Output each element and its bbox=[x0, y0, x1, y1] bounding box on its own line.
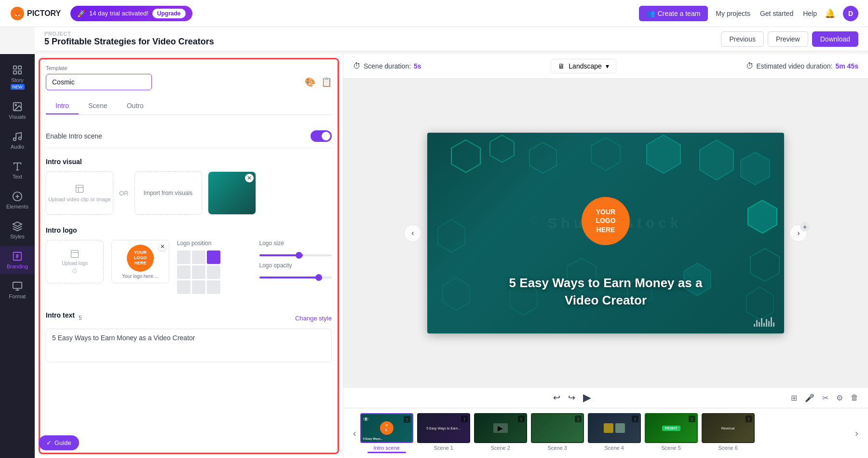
sidebar-item-story[interactable]: Story NEW bbox=[0, 60, 35, 95]
filmstrip-area: ‹ YL 5 Easy Ways... 👁 ⋮ bbox=[343, 408, 868, 458]
pos-mid-right[interactable] bbox=[207, 265, 220, 279]
page-title: 5 Profitable Strategies for Video Creato… bbox=[44, 37, 214, 47]
guide-button[interactable]: ✓ Guide bbox=[39, 435, 79, 450]
upload-video-box[interactable]: Upload video clip or image bbox=[46, 171, 113, 215]
sidebar-item-audio[interactable]: Audio bbox=[0, 126, 35, 154]
undo-button[interactable]: ↩ bbox=[553, 391, 560, 404]
remove-visual-button[interactable]: ✕ bbox=[245, 174, 254, 182]
scene-thumb-6[interactable]: Revenue ⋮ Scene 6 bbox=[702, 413, 755, 453]
s2-menu-icon[interactable]: ⋮ bbox=[518, 416, 525, 422]
expand-icon[interactable]: ⊞ bbox=[791, 393, 797, 402]
sidebar-item-branding[interactable]: Branding bbox=[0, 246, 35, 274]
logo-size-slider-container: Logo size bbox=[259, 240, 332, 258]
s4-menu-icon[interactable]: ⋮ bbox=[632, 416, 638, 422]
svg-rect-23 bbox=[71, 250, 79, 257]
help-link[interactable]: Help bbox=[803, 10, 817, 17]
sidebar-item-text[interactable]: Text bbox=[0, 156, 35, 184]
import-label: Import from visuals bbox=[140, 186, 196, 200]
s5-menu-icon[interactable]: ⋮ bbox=[689, 416, 695, 422]
pos-mid-center[interactable] bbox=[192, 265, 205, 279]
import-from-visuals-box[interactable]: Import from visuals bbox=[135, 171, 202, 215]
settings-icon[interactable]: ⚙ bbox=[836, 393, 843, 402]
svg-point-8 bbox=[15, 104, 16, 106]
notification-bell-icon[interactable]: 🔔 bbox=[825, 8, 835, 19]
s3-menu-icon[interactable]: ⋮ bbox=[575, 416, 582, 422]
upload-logo-box[interactable]: Upload logo ⓘ bbox=[46, 240, 104, 283]
pos-bot-left[interactable] bbox=[177, 280, 190, 294]
preview-button[interactable]: Preview bbox=[768, 31, 808, 47]
scene-thumb-1[interactable]: 5 Easy Ways to Earn... ⋮ Scene 1 bbox=[417, 413, 470, 453]
download-button[interactable]: Download bbox=[812, 31, 858, 47]
tab-scene[interactable]: Scene bbox=[79, 98, 117, 114]
scene5-label: Scene 5 bbox=[661, 445, 680, 451]
microphone-icon[interactable]: 🎤 bbox=[805, 393, 814, 402]
my-projects-link[interactable]: My projects bbox=[716, 10, 750, 17]
template-label: Template bbox=[46, 65, 332, 71]
s1-menu-icon[interactable]: ⋮ bbox=[461, 416, 468, 422]
create-team-button[interactable]: 👥 Create a team bbox=[639, 6, 708, 21]
char-count: 5 bbox=[79, 315, 82, 321]
get-started-link[interactable]: Get started bbox=[760, 10, 793, 17]
copy-icon[interactable]: 📋 bbox=[321, 77, 332, 87]
scene-thumb-2[interactable]: ▶ ⋮ Scene 2 bbox=[474, 413, 527, 453]
change-style-button[interactable]: Change style bbox=[295, 315, 332, 322]
scene6-label: Scene 6 bbox=[718, 445, 737, 451]
tab-intro[interactable]: Intro bbox=[46, 98, 79, 114]
clock-icon: ⏱ bbox=[353, 62, 361, 70]
intro-text-header-row: Intro text 5 Change style bbox=[46, 311, 332, 325]
scene-thumb-intro[interactable]: YL 5 Easy Ways... 👁 ⋮ Intro scene bbox=[360, 413, 413, 453]
logo-opacity-slider[interactable] bbox=[259, 277, 332, 278]
pos-bot-right[interactable] bbox=[207, 280, 220, 294]
sidebar: Story NEW Visuals Audio Text bbox=[0, 54, 35, 458]
guide-checkmark-icon: ✓ bbox=[46, 439, 52, 446]
logo-size-slider[interactable] bbox=[259, 254, 332, 256]
trash-icon[interactable]: 🗑 bbox=[851, 393, 858, 402]
trial-badge: 🚀 14 day trial activated! Upgrade bbox=[70, 6, 192, 21]
avatar[interactable]: D bbox=[843, 6, 858, 21]
intro-scene-tabs: Intro Scene Outro bbox=[46, 98, 332, 115]
next-scene-arrow[interactable]: › + bbox=[790, 224, 807, 242]
intro-logo-label: Intro logo bbox=[46, 226, 332, 234]
scene-thumb-4[interactable]: ⋮ Scene 4 bbox=[588, 413, 641, 453]
svg-point-9 bbox=[14, 138, 16, 141]
scene-thumb-3[interactable]: ⋮ Scene 3 bbox=[531, 413, 584, 453]
sidebar-item-elements[interactable]: Elements bbox=[0, 186, 35, 214]
enable-intro-toggle[interactable] bbox=[311, 130, 332, 142]
play-button[interactable]: ▶ bbox=[583, 391, 591, 404]
audio-visualizer bbox=[754, 316, 774, 327]
sidebar-item-format[interactable]: Format bbox=[0, 276, 35, 304]
sidebar-item-styles[interactable]: Styles bbox=[0, 216, 35, 244]
remove-logo-button[interactable]: ✕ bbox=[158, 242, 167, 251]
app-logo[interactable]: 🦊 PICTORY bbox=[10, 6, 63, 21]
scissors-icon[interactable]: ✂ bbox=[822, 393, 828, 402]
s6-menu-icon[interactable]: ⋮ bbox=[746, 416, 752, 422]
prev-scene-arrow[interactable]: ‹ bbox=[404, 224, 421, 242]
pos-top-left[interactable] bbox=[177, 250, 190, 264]
intro-logo-section: Intro logo Upload logo ⓘ ✕ bbox=[46, 226, 332, 300]
sidebar-item-visuals[interactable]: Visuals bbox=[0, 97, 35, 125]
filmstrip-prev-button[interactable]: ‹ bbox=[349, 428, 360, 439]
pos-top-right[interactable] bbox=[207, 250, 220, 264]
scene-thumb-5[interactable]: PROFIT ⋮ Scene 5 bbox=[645, 413, 698, 453]
orientation-label: Landscape bbox=[569, 62, 602, 70]
scene-menu-icon[interactable]: ⋮ bbox=[404, 416, 410, 423]
pos-top-center[interactable] bbox=[192, 250, 205, 264]
template-input[interactable] bbox=[46, 74, 152, 90]
svg-rect-5 bbox=[14, 71, 16, 74]
redo-button[interactable]: ↪ bbox=[568, 391, 575, 404]
pos-bot-center[interactable] bbox=[192, 280, 205, 294]
upgrade-button[interactable]: Upgrade bbox=[152, 9, 186, 18]
palette-icon[interactable]: 🎨 bbox=[305, 77, 315, 87]
orientation-selector[interactable]: 🖥 Landscape ▾ bbox=[551, 59, 616, 73]
estimated-clock-icon: ⏱ bbox=[746, 62, 754, 70]
tab-outro[interactable]: Outro bbox=[117, 98, 153, 114]
logo-position-group: Logo position bbox=[177, 240, 250, 294]
pos-mid-left[interactable] bbox=[177, 265, 190, 279]
filmstrip-next-button[interactable]: › bbox=[851, 428, 862, 439]
add-scene-button[interactable]: + bbox=[800, 222, 810, 232]
logo-position-size-row: Logo position bbox=[177, 240, 332, 294]
chevron-down-icon: ▾ bbox=[606, 62, 609, 70]
intro-text-textarea[interactable]: 5 Easy Ways to Earn Money as a Video Cre… bbox=[46, 329, 332, 362]
upload-video-label: Upload video clip or image bbox=[48, 196, 111, 202]
previous-button[interactable]: Previous bbox=[721, 31, 763, 47]
